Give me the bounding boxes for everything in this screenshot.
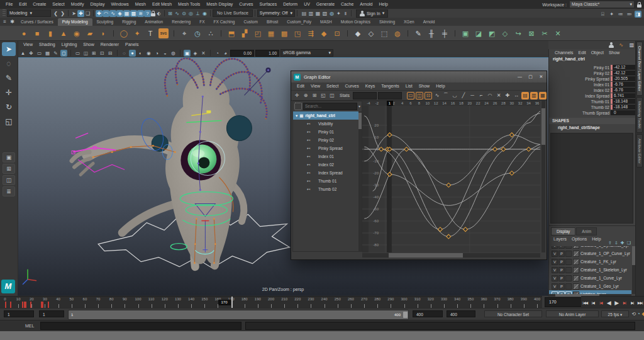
outliner-channel-visibility[interactable]: ↤Visibility	[293, 120, 362, 128]
shelf-tab-custom[interactable]: Custom	[239, 18, 262, 26]
film-gate-icon[interactable]: ◻	[60, 50, 67, 57]
shelf-tab-curves-surfaces[interactable]: Curves / Surfaces	[16, 18, 58, 26]
mirror-icon[interactable]: ◆	[319, 28, 329, 38]
extract-face-icon[interactable]: ◪	[474, 28, 484, 38]
channel-value-field[interactable]: -20.505	[611, 76, 636, 81]
free-tangent-weight-icon[interactable]: ↔	[513, 92, 520, 99]
modeling-toolkit-toggle-icon[interactable]: ◨	[635, 11, 641, 18]
select-misc-icon[interactable]: ?	[144, 10, 151, 17]
filter-icon[interactable]	[294, 103, 302, 110]
viewport-menu-view[interactable]: View	[20, 40, 36, 49]
channel-value-field[interactable]: -6.76	[611, 88, 636, 93]
swap-buffer-curve-icon[interactable]: ▥	[530, 92, 538, 99]
channel-value-field[interactable]: 6.741	[611, 93, 636, 98]
new-layer-icon[interactable]: ❏	[627, 241, 631, 246]
menu-help[interactable]: Help	[376, 0, 391, 9]
attribute-editor-toggle-icon[interactable]: ≔	[617, 11, 624, 18]
world-icon[interactable]: ◍	[328, 10, 335, 17]
graph-editor-menu-tangents[interactable]: Tangents	[378, 82, 402, 91]
layer-display-mode-toggle[interactable]	[565, 283, 572, 290]
outliner-channel-thumb-01[interactable]: ↤Thumb 01	[293, 177, 362, 185]
layer-row-creature-1-curve-lyr[interactable]: VPCreature_1_Curve_Lyr	[549, 274, 631, 282]
layer-visibility-toggle[interactable]: V	[552, 251, 558, 257]
shelf-tab-rigging[interactable]: Rigging	[118, 18, 140, 26]
nav-back-icon[interactable]: ❮	[52, 10, 59, 17]
paint-select-tool[interactable]: ✎	[2, 71, 16, 85]
append-face-icon[interactable]: ▣	[460, 28, 470, 38]
shelf-tab-menu-icon[interactable]: ≡	[1, 18, 8, 25]
quad-draw-icon[interactable]: ⊡	[332, 28, 342, 38]
layer-visibility-toggle[interactable]: V	[552, 283, 558, 290]
gamma-field[interactable]: 1.00	[255, 50, 279, 57]
play-forwards-button[interactable]: ▶	[613, 300, 621, 306]
select-mesh-icon[interactable]: ▦	[123, 10, 130, 17]
stats-time-field[interactable]	[353, 92, 377, 99]
channel-box-toggle-icon[interactable]: ≕	[626, 11, 633, 18]
command-language-toggle[interactable]: MEL	[25, 320, 34, 332]
multi-cut-icon[interactable]: ╫	[426, 28, 436, 38]
close-button[interactable]: ✕	[536, 71, 547, 82]
graph-vscrollbar[interactable]	[541, 101, 545, 252]
poly-plane-icon[interactable]: ▰	[85, 28, 95, 38]
shelf-tab-sculpting[interactable]: Sculpting	[92, 18, 118, 26]
layer-display-mode-toggle[interactable]	[565, 246, 572, 249]
single-pane-layout-button[interactable]: ▣	[3, 152, 15, 162]
layer-row-creature-1-skeleton-lyr[interactable]: VPCreature_1_Skeleton_Lyr	[549, 266, 631, 274]
outliner-layout-button[interactable]: ≣	[3, 186, 15, 196]
outliner-channel-index-01[interactable]: ↤Index 01	[293, 152, 362, 161]
channel-row-pinky-spread[interactable]: Pinky Spread-20.505	[549, 76, 636, 82]
menu-windows[interactable]: Windows	[108, 0, 131, 9]
nav-forward-icon[interactable]: ❯	[59, 10, 66, 17]
shelf-tab-rendering[interactable]: Rendering	[167, 18, 195, 26]
expand-icon[interactable]: ▾	[296, 113, 297, 118]
spin-edge-icon[interactable]: ↪	[513, 28, 523, 38]
duplicate-status-icon[interactable]: ❏	[84, 10, 91, 17]
sign-in-button[interactable]: Sign In ▾	[356, 9, 388, 18]
snap-view-plane-icon[interactable]: ⟂	[194, 10, 201, 17]
frame-all-icon[interactable]: ⊡	[425, 92, 432, 99]
auto-tangent-icon[interactable]: ∿	[433, 92, 441, 99]
layer-menu-options[interactable]: Options	[570, 237, 589, 241]
layer-display-mode-toggle[interactable]	[565, 275, 572, 281]
outliner-channel-index-spread[interactable]: ↤Index Spread	[293, 169, 362, 177]
outliner-channel-thumb-02[interactable]: ↤Thumb 02	[293, 185, 362, 193]
outliner-channel-pinky-01[interactable]: ↤Pinky 01	[293, 128, 362, 136]
fps-dropdown[interactable]: 25 fps ▾	[601, 310, 629, 317]
select-object-icon[interactable]: ◠	[103, 10, 109, 17]
shelf-tab-arnold[interactable]: Arnold	[419, 18, 440, 26]
step-forward-frame-button[interactable]: ▶|	[628, 300, 636, 305]
layer-playback-toggle[interactable]: P	[558, 275, 565, 281]
insert-keys-icon[interactable]: ⊕	[302, 92, 309, 99]
anim-curve-icon[interactable]: ∿	[618, 42, 625, 48]
select-tool[interactable]: ➤	[2, 42, 16, 56]
timeline-playhead[interactable]	[231, 297, 233, 309]
buffer-curve-snapshot-icon[interactable]: ▤	[521, 92, 529, 99]
grid-fill-icon[interactable]: ⊠	[526, 28, 536, 38]
viewport-menu-lighting[interactable]: Lighting	[58, 40, 80, 49]
menu-generate[interactable]: Generate	[313, 0, 338, 9]
current-frame-marker[interactable]: 1	[387, 101, 393, 106]
safe-title-icon[interactable]: ⊟	[107, 50, 114, 57]
safe-action-icon[interactable]: ⊡	[99, 50, 106, 57]
select-hierarchy-icon[interactable]: ✚	[96, 10, 103, 17]
move-tool[interactable]: ✛	[2, 86, 16, 99]
four-pane-layout-button[interactable]: ⊞	[3, 164, 15, 174]
profiler-icon[interactable]: ▥	[628, 42, 635, 48]
smooth-shade-icon[interactable]: ●	[129, 50, 136, 57]
step-back-frame-button[interactable]: |◀	[589, 300, 597, 305]
viewport-menu-panels[interactable]: Panels	[122, 40, 142, 49]
channel-box-menu-object[interactable]: Object	[589, 50, 606, 55]
delete-edge-icon[interactable]: ✕	[553, 28, 563, 38]
snap-point-icon[interactable]: ⊙	[180, 10, 187, 17]
combine-icon[interactable]: ⬒	[226, 28, 236, 38]
layer-visibility-toggle[interactable]: V	[552, 259, 558, 265]
infinity-cycle-icon[interactable]: ▦	[539, 92, 547, 99]
time-slider[interactable]: 0102030405060708090100110120130140150160…	[0, 296, 542, 309]
step-back-key-button[interactable]: |◀	[597, 300, 605, 305]
select-surface-icon[interactable]: ◈	[116, 10, 123, 17]
graph-editor-menu-help[interactable]: Help	[433, 82, 448, 91]
shelf-tab-mash[interactable]: MASH	[316, 18, 336, 26]
menu-select[interactable]: Select	[49, 0, 67, 9]
channel-row-index-spread[interactable]: Index Spread6.741	[549, 93, 636, 99]
render-view-icon[interactable]: ▤	[301, 10, 308, 17]
